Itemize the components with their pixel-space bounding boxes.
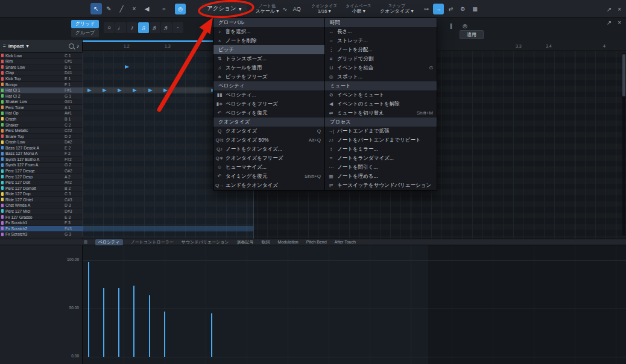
groove-button[interactable]: グルーブ: [71, 29, 99, 37]
velocity-bar[interactable]: [88, 262, 89, 357]
note-value-button-2[interactable]: ♪: [127, 22, 138, 33]
drum-row[interactable]: Ride 127 GhtelC#3: [0, 197, 83, 203]
menu-item[interactable]: ◎スポット...: [325, 72, 437, 81]
zoom-button[interactable]: ◎: [175, 4, 186, 14]
menu-item[interactable]: ⇌ミュートを切り替えShift+M: [325, 108, 437, 118]
close-icon[interactable]: ×: [618, 19, 621, 26]
drum-row[interactable]: Crash LowD#2: [0, 139, 83, 145]
note-value-button-6[interactable]: ·: [172, 22, 183, 33]
drum-note[interactable]: [163, 89, 168, 92]
drum-row[interactable]: ClapD#1: [0, 71, 83, 77]
menu-item[interactable]: ↶ベロシティを復元: [213, 108, 324, 118]
snap-control[interactable]: スナップ クオンタイズ ▾: [380, 4, 413, 14]
menu-item[interactable]: Q½クオンタイズ 50%Alt+Q: [213, 136, 324, 145]
velocity-bar[interactable]: [103, 288, 104, 357]
drum-row[interactable]: ShakerC 2: [0, 122, 83, 128]
menu-item[interactable]: Q→エンドをクオンタイズ: [213, 181, 324, 190]
drum-row[interactable]: Bass 127 Monu AF 2: [0, 151, 83, 157]
lane-tab[interactable]: サウンドバリエーション: [182, 239, 229, 245]
menu-item[interactable]: ⇔ストレッチ...: [325, 36, 437, 45]
wave-icon[interactable]: ∿: [279, 4, 290, 14]
aq-toggle[interactable]: AQ: [291, 4, 302, 14]
drum-row[interactable]: RimC#1: [0, 59, 83, 65]
panels-icon[interactable]: ▦: [469, 4, 480, 14]
float-window-icon[interactable]: ↗: [607, 6, 612, 13]
action-menu-button[interactable]: アクション ▾: [201, 3, 247, 14]
drum-row[interactable]: Synth 127 Frum AG 2: [0, 163, 83, 169]
lane-tab[interactable]: ノートコントローラー: [131, 239, 174, 245]
menu-item[interactable]: ×ノートを削除: [213, 36, 324, 45]
arrow-tool[interactable]: ↖: [90, 3, 102, 14]
menu-item[interactable]: ⋯ノートを間引く...: [325, 163, 437, 172]
lane-tab[interactable]: Modulation: [278, 240, 299, 244]
menu-item[interactable]: ⇄キースイッチをサウンドバリエーションに変換: [325, 181, 437, 190]
drum-row[interactable]: Synth 127 Botho AF#2: [0, 157, 83, 163]
grid-button[interactable]: グリッド: [71, 20, 99, 28]
follow-playback-icon[interactable]: →: [433, 4, 444, 14]
drum-note[interactable]: [133, 89, 137, 92]
velocity-plot-area[interactable]: [83, 245, 626, 364]
velocity-bar[interactable]: [149, 295, 150, 357]
mute-tool[interactable]: ×: [128, 3, 140, 14]
menu-item[interactable]: ⋮ノートを分配...: [325, 45, 437, 54]
menu-item[interactable]: ♫スケールを適用: [213, 63, 324, 72]
note-value-button-5[interactable]: ♬: [161, 22, 172, 33]
drum-row[interactable]: BongoF 1: [0, 82, 83, 88]
drum-row[interactable]: Snare TopD 2: [0, 134, 83, 140]
menu-item[interactable]: ↔長さ...: [325, 27, 437, 36]
lane-tab[interactable]: 演奏記号: [237, 239, 254, 245]
note-color-control[interactable]: ノート色 スケール ▾: [255, 4, 279, 14]
drum-row[interactable]: Perc 127 DoitA#2: [0, 180, 83, 186]
menu-item[interactable]: ⊔イベントを結合G: [325, 63, 437, 72]
listen-tool[interactable]: ◀: [141, 3, 153, 14]
velocity-bar[interactable]: [211, 313, 212, 357]
velocity-bar[interactable]: [118, 288, 119, 357]
drum-row[interactable]: Hat OpA#1: [0, 111, 83, 117]
vertical-scrollbar[interactable]: [622, 53, 625, 236]
quantize-control[interactable]: クオンタイズ 1/16 ▾: [311, 4, 337, 14]
menu-item[interactable]: ♪♪ノートをパートエンドまでリピート: [325, 136, 437, 145]
drum-note[interactable]: [103, 89, 107, 92]
drum-row[interactable]: Snare LowD 1: [0, 64, 83, 71]
float-window-icon[interactable]: ↗: [607, 19, 612, 26]
menu-item[interactable]: #グリッドで分割: [325, 54, 437, 63]
lane-tab[interactable]: Pitch Bend: [306, 240, 327, 244]
menu-item[interactable]: →|パートエンドまで拡張: [325, 127, 437, 136]
drum-note[interactable]: [118, 89, 122, 92]
menu-item[interactable]: ▦ノートを埋める...: [325, 172, 437, 181]
drum-row[interactable]: Hat Cl 2G 1: [0, 93, 83, 99]
drum-row[interactable]: Perc ToneA 1: [0, 105, 83, 111]
apply-button[interactable]: 適用: [460, 30, 484, 39]
drum-row[interactable]: Perc MetalicC#2: [0, 128, 83, 134]
drum-row[interactable]: Bass 127 Degok AE 2: [0, 145, 83, 151]
drum-note[interactable]: [148, 89, 153, 92]
drum-row[interactable]: Hat Cl 1F#1: [0, 87, 83, 93]
menu-item[interactable]: ≈ノートをランダマイズ...: [325, 154, 437, 163]
drum-row[interactable]: Fx Scratch1F 3: [0, 220, 83, 226]
drum-note[interactable]: [87, 89, 92, 92]
drum-row[interactable]: Fx Scratch2F#3: [0, 226, 83, 232]
drum-row[interactable]: Perc 127 DesgeG#2: [0, 168, 83, 174]
note-value-button-4[interactable]: ♬: [150, 22, 160, 33]
menu-item[interactable]: ↶タイミングを復元Shift+Q: [213, 172, 324, 181]
drum-row[interactable]: Fx Scratch3G 3: [0, 231, 83, 237]
lane-panel-icon[interactable]: ⊞: [84, 240, 87, 245]
note-value-button-3[interactable]: ♫: [138, 22, 149, 33]
menu-icon[interactable]: ≡: [3, 43, 6, 49]
lane-tab[interactable]: 歌詞: [262, 239, 270, 245]
automation-icon[interactable]: ≈: [159, 4, 169, 14]
drum-row[interactable]: Kick TopE 1: [0, 76, 83, 82]
menu-item[interactable]: Q∗クオンタイズをフリーズ: [213, 154, 324, 163]
drum-row[interactable]: Fx 127 GrassoE 3: [0, 215, 83, 221]
menu-item[interactable]: ♪音を選択...: [213, 27, 324, 36]
velocity-bar[interactable]: [133, 286, 134, 357]
drum-note[interactable]: [125, 65, 129, 69]
note-filter-icon[interactable]: ♪: [77, 43, 79, 49]
search-icon[interactable]: [69, 43, 74, 49]
menu-item[interactable]: ▮▮ベロシティ...: [213, 90, 324, 99]
note-value-button-1[interactable]: ♩: [115, 22, 126, 33]
drum-row[interactable]: Chst Winda AD 3: [0, 203, 83, 209]
drum-row[interactable]: CrashB 1: [0, 116, 83, 122]
menu-item[interactable]: ☺ヒューマナイズ...: [213, 163, 324, 172]
drum-kit-title[interactable]: Impact: [8, 43, 24, 49]
